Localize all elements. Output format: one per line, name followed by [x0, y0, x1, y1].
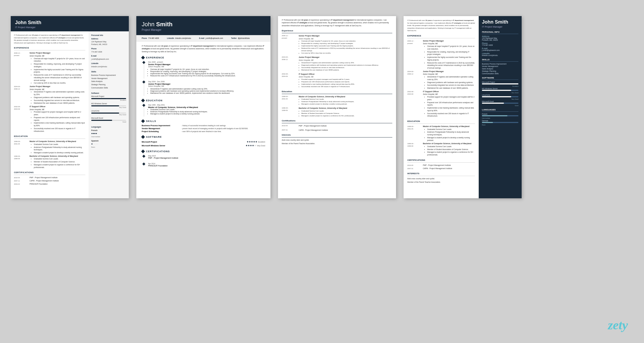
bullet-item: Graduated Summa Cum Laude.	[34, 143, 85, 146]
bullet-item: Implemented the highly successful Lean T…	[34, 68, 85, 74]
edu-date-2: 1996-09 -1999-06	[14, 155, 28, 169]
bullet-item: Implemented the highly successful Lean T…	[427, 56, 475, 61]
bullet-item: Prepared over 100 infrastructure perform…	[427, 101, 475, 107]
cert-row-3: 2003-04 PRINCE2® Foundation	[14, 183, 85, 185]
tl-bullets-1: Oversaw all major hospital IT projects f…	[148, 68, 265, 77]
job-bullets-1: Oversaw all major hospital IT projects f…	[30, 57, 85, 85]
resume2-intro: IT Professional with over 10 years of ex…	[142, 45, 265, 53]
r4-exp-date-3: 2002-08 -2004-09	[407, 90, 421, 118]
r1-phone-label: Phone	[91, 47, 126, 50]
r4-personal-section: Personal Info	[482, 31, 518, 34]
cert-content-2: CAPM - Project Management Institute	[30, 180, 85, 182]
bullet-item: Implemented the highly successful Lean T…	[150, 73, 265, 74]
lang-french-dots: ●●●●	[91, 132, 97, 135]
r3-edu-date-2: 1996-09 -1999-06	[282, 107, 297, 117]
r4-lang-french: French	[482, 113, 518, 115]
tl-dot-col-2	[142, 81, 146, 96]
bullet-item: Graduated Summa Cum Laude.	[427, 128, 475, 131]
edu-content-1: Master of Computer Science, University o…	[30, 140, 85, 154]
r4-email-label: E-mail	[482, 47, 518, 49]
r3-exp-3: 2002-08 -2004-09 IT Support Officer Seto…	[282, 73, 392, 88]
edu-bullets-2: Graduated Summa Cum Laude. Member of Stu…	[30, 158, 85, 169]
r4-sw-sublabel-3: Very Good	[482, 98, 518, 100]
cert-row-2: 2007-11 CAPM - Project Management Instit…	[14, 180, 85, 182]
r3-edu-bullets-2: Graduated Summa Cum Laude. Member of Stu…	[299, 110, 392, 117]
bullet-item: Successfully resolved over 200 issues in…	[301, 85, 392, 88]
bullet-item: Implemented the highly successful Lean T…	[301, 45, 392, 47]
bullet-item: Member of Student Association of Compute…	[34, 161, 85, 163]
edu-row-2: 1996-09 -1999-06 Bachelor of Computer Sc…	[14, 155, 85, 169]
r3-edu-title-2: Bachelor of Computer Science, University…	[299, 107, 392, 110]
bullet-item: Maintained the user database of over 300…	[34, 102, 85, 105]
r4-cert-title: Certifications	[407, 159, 475, 163]
r4-sw-label-3: Linux/Unix	[482, 94, 518, 96]
bullet-item: Streamlined IT logistics and administrat…	[427, 76, 475, 81]
resume1-experience-title: Experience	[14, 46, 85, 50]
r4-skill-1: Business Process Improvement	[482, 63, 518, 65]
r4-sw-label-2: MS Windows Server	[482, 88, 518, 90]
r3-edu-2: 1996-09 -1999-06 Bachelor of Computer Sc…	[282, 107, 392, 117]
job-title-3: IT Support Officer	[30, 105, 85, 108]
r3-cert-date-2: 2007-31	[282, 129, 297, 132]
bullet-item: Reduced the costs of IT maintenance in 2…	[427, 62, 475, 69]
r3-cert-content-1: PMP - Project Management Institute	[299, 125, 392, 127]
exp-date-3: 2002-08 -2004-09	[14, 105, 28, 133]
bullet-item: Streamlined IT logistics and administrat…	[301, 62, 392, 64]
r4-cert-2: 2007-31 CAPM - Project Management Instit…	[407, 167, 475, 170]
tl-content-2: Sep 2004 - Dec 2006 Junior Project Manag…	[148, 81, 265, 96]
resume2-header: John Smith Project Manager	[136, 16, 270, 35]
r4-exp-date-1: 2005-12 -present	[407, 40, 421, 70]
bullet-item: Responsible for creating, improving, and…	[427, 51, 475, 56]
r4-edu-date-1: 1999-09 -2001-05	[407, 125, 421, 142]
tl-item-1: Dec 2006 - present Senior Project Manage…	[142, 61, 265, 79]
bullet-item: Successfully resolved over 200 issues in…	[34, 127, 85, 133]
tl-date-2: Sep 2004 - Dec 2006	[148, 81, 265, 83]
tl-edu-1: Sep 1996 - May 2001 Master of Computer S…	[142, 104, 265, 117]
contact-linkedin-value: linkedin.com/johnstu	[175, 37, 191, 39]
r4-lang-track-french	[482, 115, 518, 116]
r4-sw-track-2	[482, 90, 518, 91]
exp-content-1: Senior Project Manager Seton Hospital, M…	[30, 52, 85, 85]
skill-3: Sales Analysis	[91, 80, 126, 83]
r4-sw-fill-3	[482, 96, 511, 97]
r1-phone-value: 774-987-4009	[91, 51, 126, 53]
resume1-name: John Smith	[15, 20, 125, 25]
r4-job-company-1: Seton Hospital, ME	[423, 42, 475, 45]
r4-address-label: Address	[482, 35, 518, 37]
resume2-experience-section: EXPERIENCE	[142, 56, 265, 59]
bullet-item: Implemented a new tracking dashboard, cu…	[34, 122, 85, 127]
job-title-2: Junior Project Manager	[30, 85, 85, 88]
r3-edu-content-2: Bachelor of Computer Science, University…	[299, 107, 392, 117]
tl-dot-cert-2	[142, 163, 145, 166]
edu-title-1: Master of Computer Science, University o…	[30, 140, 85, 143]
bullet-item: Oversaw all major hospital IT projects f…	[301, 40, 392, 42]
r1-address-value: 134 Rightward WayPortland, ME, 04019	[91, 40, 126, 46]
contact-email-value: j.smith@uptowork.com	[206, 37, 223, 39]
bullet-item: Oversaw all major hospital IT projects f…	[150, 68, 265, 70]
r4-cert-date-2: 2007-31	[407, 167, 421, 170]
resume-1: John Smith IT Project Manager IT Profess…	[11, 16, 129, 198]
tl-dot-1	[142, 61, 145, 64]
sw-name-2: MS Windows Server	[91, 102, 126, 105]
r4-exp-row-2: 2004-09 -2006-12 Junior Project Manager …	[407, 70, 475, 90]
bullet-item: Streamlined IT logistics and administrat…	[150, 88, 265, 90]
lang-spanish-name: Spanish	[91, 140, 126, 143]
r4-sw-fill-4	[482, 103, 504, 104]
cert-content-1: PMP - Project Management Institute	[30, 176, 85, 179]
contact-phone-value: 774-987-4009	[148, 37, 159, 39]
r1-skills-section-title: Skills	[91, 70, 126, 73]
r4-linkedin-label: LinkedIn	[482, 53, 518, 54]
bullet-item: Cut costs by 32% in less than six months…	[301, 52, 392, 54]
bullet-item: Managed a student project to develop a w…	[150, 113, 265, 115]
lang-spanish: Spanish ●○○○○ Basic	[91, 140, 126, 148]
page-wrapper: John Smith IT Project Manager IT Profess…	[11, 16, 633, 327]
bullet-item: Graduated Summa Cum Laude.	[301, 98, 392, 100]
r1-email-label: E-mail	[91, 55, 126, 57]
job-company-2: Seton Hospital, ME	[30, 88, 85, 91]
r4-skill-3: Sales Analysis	[482, 68, 518, 70]
resume1-title: IT Project Manager	[15, 26, 125, 29]
sw-name-4: Microsoft Excel	[91, 117, 126, 120]
r4-lang-level-french: Intermediate	[482, 117, 518, 119]
r3-edu-date-1: 1999-09 -2001-05	[282, 95, 297, 106]
r4-sw-sublabel-4: Good	[482, 105, 518, 106]
